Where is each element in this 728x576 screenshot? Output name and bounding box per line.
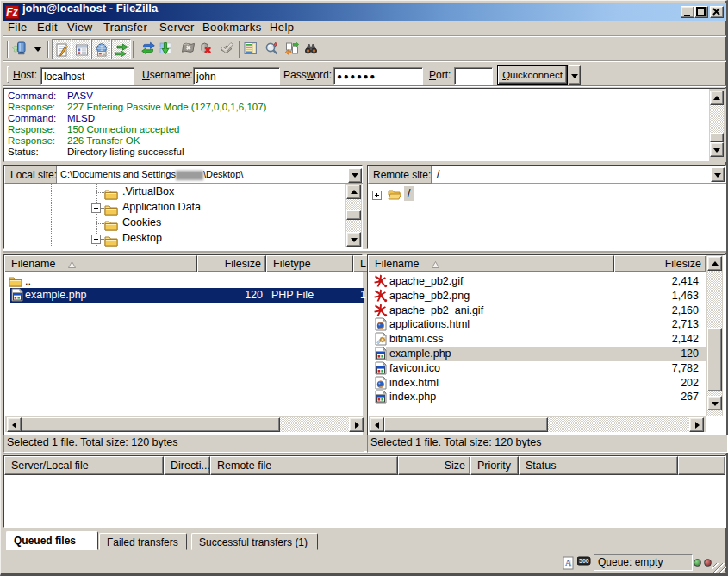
svg-text:A: A (565, 558, 572, 567)
svg-text:500: 500 (579, 558, 589, 564)
